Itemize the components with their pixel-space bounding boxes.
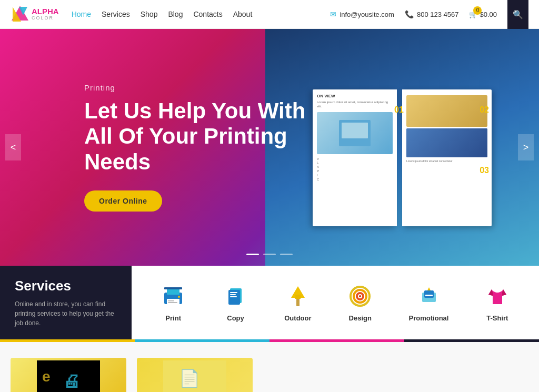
outdoor-icon	[284, 283, 312, 310]
svg-rect-15	[230, 294, 236, 295]
service-item-copy[interactable]: Copy	[222, 283, 249, 322]
nav-link-services[interactable]: Services	[102, 10, 130, 18]
nav-item-home[interactable]: Home	[72, 9, 91, 19]
phone-icon: 📞	[405, 10, 414, 18]
svg-text:📄: 📄	[179, 368, 200, 388]
color-bar-cyan	[135, 339, 270, 342]
service-label-outdoor: Outdoor	[284, 314, 311, 322]
hero-title: Let Us Help You With All Of Your Printin…	[84, 98, 337, 175]
svg-text:e: e	[42, 368, 51, 385]
svg-marker-27	[427, 287, 431, 290]
hero-subtitle: Printing	[84, 83, 337, 92]
nav-item-contacts[interactable]: Contacts	[193, 9, 222, 19]
slider-dots	[246, 254, 293, 255]
navbar-right: ✉ info@yousite.com 📞 800 123 4567 0 🛒 $0…	[330, 0, 528, 29]
svg-rect-19	[295, 295, 301, 299]
cart-button[interactable]: 0 🛒 $0.00	[469, 11, 497, 18]
badge-02: 02	[480, 105, 489, 115]
nav-link-shop[interactable]: Shop	[141, 10, 158, 18]
nav-link-home[interactable]: Home	[72, 10, 91, 18]
svg-rect-25	[424, 290, 434, 298]
bottom-content: e 🖨 📄	[11, 358, 528, 392]
phone-text: 800 123 4567	[417, 11, 459, 18]
service-item-promotional[interactable]: Promotional	[409, 283, 449, 322]
svg-rect-16	[230, 296, 237, 297]
tshirt-icon	[484, 283, 511, 310]
nav-item-about[interactable]: About	[233, 9, 253, 19]
service-item-print[interactable]: Print	[159, 283, 187, 322]
dot-1[interactable]	[246, 254, 259, 255]
services-section: Services Online and in store, you can fi…	[0, 266, 539, 339]
navbar: ALPHA COLOR Home Services Shop Blog Cont…	[0, 0, 539, 29]
promotional-icon	[415, 283, 443, 310]
copy-icon	[222, 283, 249, 310]
services-description: Online and in store, you can find printi…	[15, 299, 117, 328]
bottom-section: e 🖨 📄	[0, 342, 539, 392]
prev-arrow-icon: <	[11, 142, 16, 153]
color-bar-dark	[404, 339, 539, 342]
hero-next-button[interactable]: >	[518, 134, 534, 160]
bottom-img-2: 📄	[137, 358, 253, 392]
svg-rect-4	[342, 123, 368, 138]
service-label-copy: Copy	[227, 314, 244, 322]
cart-amount: $0.00	[480, 11, 497, 18]
hero-prev-button[interactable]: <	[5, 134, 21, 160]
service-item-design[interactable]: Design	[346, 283, 374, 322]
svg-rect-14	[230, 292, 237, 293]
nav-links: Home Services Shop Blog Contacts About	[72, 9, 253, 19]
svg-rect-26	[425, 295, 433, 296]
service-item-tshirt[interactable]: T-Shirt	[484, 283, 511, 322]
service-label-promotional: Promotional	[409, 314, 449, 322]
bottom-img-1: e 🖨	[11, 358, 126, 392]
services-label-panel: Services Online and in store, you can fi…	[0, 266, 132, 339]
nav-item-shop[interactable]: Shop	[141, 9, 158, 19]
svg-point-10	[178, 296, 180, 298]
service-label-design: Design	[349, 314, 372, 322]
svg-rect-9	[168, 302, 177, 303]
hero-section: Printing Let Us Help You With All Of You…	[0, 29, 539, 266]
svg-text:🖨: 🖨	[63, 371, 80, 390]
order-online-button[interactable]: Order Online	[84, 190, 162, 212]
services-items: Print Copy	[132, 266, 539, 339]
dot-3[interactable]	[280, 254, 293, 255]
service-label-tshirt: T-Shirt	[486, 314, 508, 322]
search-button[interactable]: 🔍	[507, 0, 528, 29]
logo-icon	[11, 5, 29, 24]
phone-contact: 📞 800 123 4567	[405, 10, 459, 18]
svg-rect-7	[167, 299, 179, 304]
nav-link-contacts[interactable]: Contacts	[193, 10, 222, 18]
nav-link-blog[interactable]: Blog	[168, 10, 183, 18]
svg-rect-8	[168, 300, 174, 301]
color-bar-pink	[270, 339, 404, 342]
search-icon: 🔍	[513, 9, 523, 19]
design-icon	[346, 283, 374, 310]
email-icon: ✉	[330, 10, 336, 18]
navbar-left: ALPHA COLOR Home Services Shop Blog Cont…	[11, 5, 252, 24]
dot-2[interactable]	[263, 254, 276, 255]
badge-03: 03	[480, 166, 489, 175]
next-arrow-icon: >	[523, 142, 529, 153]
color-bar-yellow	[0, 339, 135, 342]
svg-rect-17	[296, 298, 300, 306]
service-label-print: Print	[165, 314, 181, 322]
cart-badge: 0	[473, 6, 482, 15]
badge-01: 01	[394, 105, 481, 115]
email-text: info@yousite.com	[340, 11, 394, 18]
magazine-text-3: Lorem ipsum dolor sit amet consectetur	[406, 159, 487, 163]
nav-item-services[interactable]: Services	[102, 9, 130, 19]
logo-color: COLOR	[32, 16, 59, 21]
color-bar	[0, 339, 539, 342]
email-contact: ✉ info@yousite.com	[330, 10, 394, 18]
nav-item-blog[interactable]: Blog	[168, 9, 183, 19]
hero-content: Printing Let Us Help You With All Of You…	[0, 83, 337, 212]
logo[interactable]: ALPHA COLOR	[11, 5, 59, 24]
svg-rect-11	[164, 287, 182, 289]
services-heading: Services	[15, 278, 117, 294]
magazine-image: ON VIEW Lorem ipsum dolor sit amet, cons…	[313, 84, 492, 232]
magazine-img-3	[406, 128, 487, 157]
nav-link-about[interactable]: About	[233, 10, 253, 18]
service-item-outdoor[interactable]: Outdoor	[284, 283, 312, 322]
logo-alpha: ALPHA	[32, 7, 59, 16]
svg-point-23	[359, 295, 361, 297]
print-icon	[159, 283, 187, 310]
